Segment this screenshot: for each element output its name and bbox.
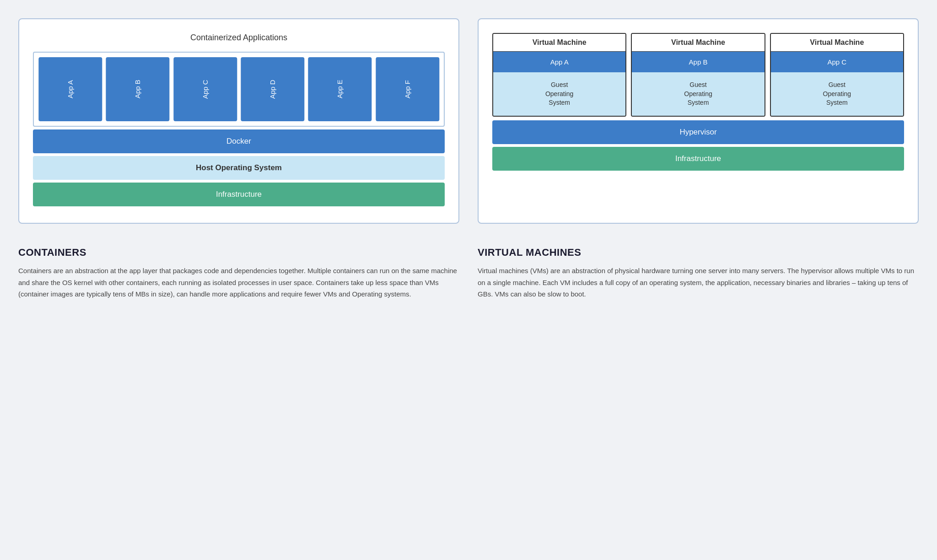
container-app-box: App B bbox=[106, 57, 169, 121]
containers-text: Containers are an abstraction at the app… bbox=[18, 265, 459, 300]
vm-card: Virtual MachineApp BGuest Operating Syst… bbox=[631, 33, 765, 117]
vm-app-box: App B bbox=[632, 52, 764, 72]
container-app-box: App E bbox=[308, 57, 372, 121]
vm-app-box: App C bbox=[771, 52, 903, 72]
host-os-layer: Host Operating System bbox=[33, 156, 445, 180]
container-apps-grid: App AApp BApp CApp DApp EApp F bbox=[38, 57, 439, 121]
container-apps-wrapper: App AApp BApp CApp DApp EApp F bbox=[33, 52, 445, 127]
vms-text: Virtual machines (VMs) are an abstractio… bbox=[478, 265, 919, 300]
descriptions-row: CONTAINERS Containers are an abstraction… bbox=[18, 247, 919, 300]
containers-infra-layer: Infrastructure bbox=[33, 183, 445, 206]
vm-title: Virtual Machine bbox=[493, 34, 625, 52]
vm-machines-row: Virtual MachineApp AGuest Operating Syst… bbox=[492, 33, 904, 117]
vms-heading: VIRTUAL MACHINES bbox=[478, 247, 919, 258]
containers-heading: CONTAINERS bbox=[18, 247, 459, 258]
docker-layer: Docker bbox=[33, 129, 445, 153]
vms-description-block: VIRTUAL MACHINES Virtual machines (VMs) … bbox=[478, 247, 919, 300]
vm-title: Virtual Machine bbox=[771, 34, 903, 52]
vm-guest-os-box: Guest Operating System bbox=[632, 72, 764, 116]
containers-description-block: CONTAINERS Containers are an abstraction… bbox=[18, 247, 459, 300]
vm-guest-os-box: Guest Operating System bbox=[493, 72, 625, 116]
vm-infra-layer: Infrastructure bbox=[492, 147, 904, 171]
vm-app-box: App A bbox=[493, 52, 625, 72]
vm-guest-os-box: Guest Operating System bbox=[771, 72, 903, 116]
hypervisor-layer: Hypervisor bbox=[492, 120, 904, 144]
container-app-box: App F bbox=[376, 57, 439, 121]
containers-diagram-card: Containerized Applications App AApp BApp… bbox=[18, 18, 459, 224]
diagrams-row: Containerized Applications App AApp BApp… bbox=[18, 18, 919, 224]
container-app-box: App C bbox=[173, 57, 237, 121]
container-app-box: App D bbox=[241, 57, 304, 121]
containers-diagram-title: Containerized Applications bbox=[33, 33, 445, 43]
vm-card: Virtual MachineApp AGuest Operating Syst… bbox=[492, 33, 626, 117]
vm-title: Virtual Machine bbox=[632, 34, 764, 52]
vm-card: Virtual MachineApp CGuest Operating Syst… bbox=[770, 33, 904, 117]
container-app-box: App A bbox=[38, 57, 102, 121]
vm-diagram-card: Virtual MachineApp AGuest Operating Syst… bbox=[478, 18, 919, 224]
